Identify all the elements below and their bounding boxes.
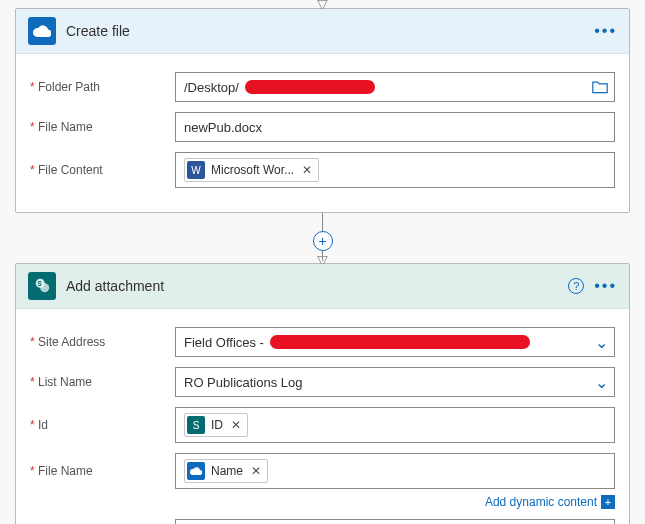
- create-file-title: Create file: [66, 23, 130, 39]
- remove-token-icon[interactable]: ✕: [251, 464, 261, 478]
- onedrive-token-icon: [187, 462, 205, 480]
- chevron-down-icon[interactable]: ⌄: [595, 333, 608, 352]
- svg-text:S: S: [38, 280, 42, 287]
- file-name-label: File Name: [30, 120, 175, 134]
- file-content-row: File Content W Microsoft Wor... ✕: [30, 152, 615, 188]
- name-token[interactable]: Name ✕: [184, 459, 268, 483]
- onedrive-icon: [28, 17, 56, 45]
- folder-path-row: Folder Path /Desktop/: [30, 72, 615, 102]
- id-row: Id S ID ✕: [30, 407, 615, 443]
- folder-path-value: /Desktop/: [184, 80, 239, 95]
- flow-connector: + ▽: [0, 213, 645, 263]
- plus-icon: +: [601, 495, 615, 509]
- add-attachment-card: S Add attachment ? ••• Site Address Fiel…: [15, 263, 630, 524]
- remove-token-icon[interactable]: ✕: [302, 163, 312, 177]
- token-label: Name: [211, 464, 243, 478]
- token-label: Microsoft Wor...: [211, 163, 294, 177]
- list-name-select[interactable]: RO Publications Log ⌄: [175, 367, 615, 397]
- help-icon[interactable]: ?: [568, 278, 584, 294]
- more-menu-button[interactable]: •••: [594, 22, 617, 40]
- word-doc-token[interactable]: W Microsoft Wor... ✕: [184, 158, 319, 182]
- file-content-label: File Content: [30, 163, 175, 177]
- file-name-row2: File Name Name ✕: [30, 453, 615, 489]
- add-dynamic-content-link[interactable]: Add dynamic content +: [485, 495, 615, 509]
- file-name-input2[interactable]: Name ✕: [175, 453, 615, 489]
- site-address-row: Site Address Field Offices - ⌄: [30, 327, 615, 357]
- id-label: Id: [30, 418, 175, 432]
- connector-arrow-icon: ▽: [317, 257, 328, 263]
- remove-token-icon[interactable]: ✕: [231, 418, 241, 432]
- word-icon: W: [187, 161, 205, 179]
- more-menu-button[interactable]: •••: [594, 277, 617, 295]
- create-file-header[interactable]: Create file •••: [16, 9, 629, 54]
- redacted-text: [245, 80, 375, 94]
- list-name-value: RO Publications Log: [184, 375, 303, 390]
- file-content-row2: File Content W Microsoft Wor... ✕: [30, 519, 615, 524]
- file-name-value: newPub.docx: [184, 120, 262, 135]
- token-label: ID: [211, 418, 223, 432]
- connector-line: [322, 213, 323, 231]
- site-address-value: Field Offices -: [184, 335, 264, 350]
- site-address-label: Site Address: [30, 335, 175, 349]
- folder-picker-icon[interactable]: [592, 80, 608, 94]
- chevron-down-icon[interactable]: ⌄: [595, 373, 608, 392]
- file-name-row: File Name newPub.docx: [30, 112, 615, 142]
- dynamic-content-label: Add dynamic content: [485, 495, 597, 509]
- create-file-card: Create file ••• Folder Path /Desktop/ Fi…: [15, 8, 630, 213]
- file-content-input2[interactable]: W Microsoft Wor... ✕: [175, 519, 615, 524]
- id-input[interactable]: S ID ✕: [175, 407, 615, 443]
- folder-path-label: Folder Path: [30, 80, 175, 94]
- folder-path-input[interactable]: /Desktop/: [175, 72, 615, 102]
- file-name-label2: File Name: [30, 464, 175, 478]
- add-attachment-header[interactable]: S Add attachment ? •••: [16, 264, 629, 309]
- list-name-row: List Name RO Publications Log ⌄: [30, 367, 615, 397]
- add-attachment-title: Add attachment: [66, 278, 164, 294]
- site-address-select[interactable]: Field Offices - ⌄: [175, 327, 615, 357]
- file-content-input[interactable]: W Microsoft Wor... ✕: [175, 152, 615, 188]
- sharepoint-token-icon: S: [187, 416, 205, 434]
- connector-arrow-top: ▽: [0, 0, 645, 8]
- file-name-input[interactable]: newPub.docx: [175, 112, 615, 142]
- list-name-label: List Name: [30, 375, 175, 389]
- sharepoint-icon: S: [28, 272, 56, 300]
- id-token[interactable]: S ID ✕: [184, 413, 248, 437]
- add-step-button[interactable]: +: [313, 231, 333, 251]
- redacted-text: [270, 335, 530, 349]
